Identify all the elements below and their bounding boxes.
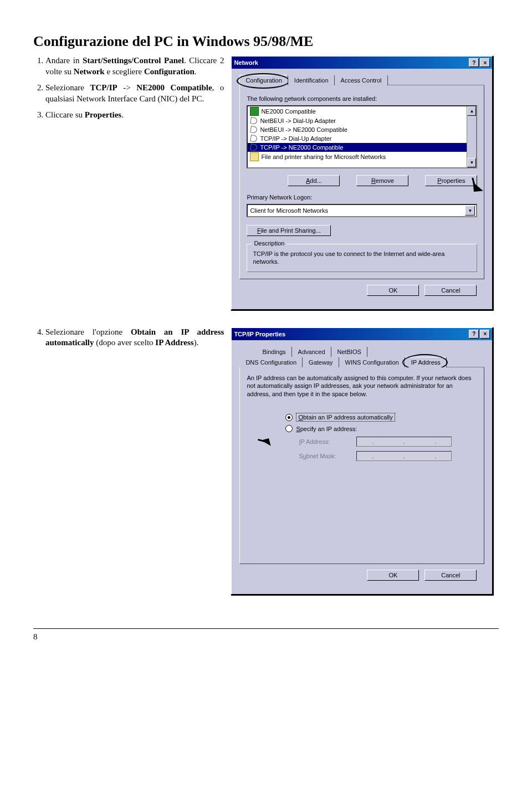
- help-icon[interactable]: ?: [469, 330, 479, 339]
- protocol-icon: [250, 135, 258, 142]
- tab-bindings[interactable]: Bindings: [256, 346, 291, 357]
- add-button[interactable]: Add...: [288, 175, 340, 186]
- chevron-down-icon[interactable]: ▼: [465, 206, 475, 216]
- properties-button[interactable]: Properties: [425, 175, 477, 186]
- tab-configuration[interactable]: Configuration: [239, 75, 288, 85]
- instructions-left: Andare in Start/Settings/Control Panel. …: [33, 55, 224, 126]
- tcpip-dialog: TCP/IP Properties ? × Bindings Advanced …: [231, 327, 493, 595]
- radio-dot-icon: [285, 425, 293, 432]
- list-item-selected: TCP/IP -> NE2000 Compatible: [248, 143, 467, 152]
- logon-label: Primary Network Logon:: [247, 194, 477, 201]
- tab-netbios[interactable]: NetBIOS: [331, 346, 367, 357]
- annotation-arrow-icon: [262, 431, 277, 445]
- cancel-button[interactable]: Cancel: [424, 285, 477, 296]
- close-icon[interactable]: ×: [480, 58, 490, 67]
- tab-ip-address[interactable]: IP Address: [405, 357, 447, 367]
- primary-logon-select[interactable]: Client for Microsoft Networks ▼: [247, 204, 477, 217]
- remove-button[interactable]: Remove: [356, 175, 408, 186]
- list-item: NetBEUI -> Dial-Up Adapter: [248, 116, 467, 125]
- scroll-down-icon[interactable]: ▼: [467, 158, 476, 167]
- window-title: Network: [234, 59, 258, 66]
- protocol-icon: [250, 126, 258, 134]
- titlebar: Network ? ×: [232, 57, 492, 69]
- file-print-sharing-button[interactable]: File and Print Sharing...: [247, 225, 331, 236]
- list-item: NetBEUI -> NE2000 Compatible: [248, 125, 467, 134]
- tab-identification[interactable]: Identification: [288, 75, 335, 85]
- tab-access-control[interactable]: Access Control: [335, 75, 388, 85]
- window-title: TCP/IP Properties: [234, 331, 285, 337]
- close-icon[interactable]: ×: [480, 330, 490, 339]
- tab-advanced[interactable]: Advanced: [292, 346, 331, 357]
- step-2: Selezionare TCP/IP -> NE2000 Compatible,…: [45, 83, 224, 104]
- subnet-mask-input: ...: [356, 451, 452, 461]
- installed-label: The following network components are ins…: [247, 95, 477, 102]
- instructions-left-2: Selezionare l'opzione Obtain an IP addre…: [33, 327, 224, 354]
- components-listbox[interactable]: NE2000 Compatible NetBEUI -> Dial-Up Ada…: [247, 105, 477, 168]
- share-icon: [250, 152, 259, 161]
- radio-obtain-auto[interactable]: Obtain an IP address automatically: [285, 413, 477, 422]
- step-3: Cliccare su Properties.: [45, 110, 224, 121]
- page-title: Configurazione del PC in Windows 95/98/M…: [33, 33, 499, 50]
- scroll-up-icon[interactable]: ▲: [467, 106, 476, 116]
- scrollbar[interactable]: ▲ ▼: [467, 106, 476, 167]
- tab-wins[interactable]: WINS Configuration: [339, 357, 405, 367]
- radio-specify[interactable]: Specify an IP address:: [285, 425, 477, 432]
- adapter-icon: [250, 107, 259, 116]
- step-1: Andare in Start/Settings/Control Panel. …: [45, 55, 224, 77]
- radio-dot-icon: [285, 414, 293, 421]
- ok-button[interactable]: OK: [367, 570, 419, 581]
- list-item: File and printer sharing for Microsoft N…: [248, 152, 467, 162]
- list-item: TCP/IP -> Dial-Up Adapter: [248, 134, 467, 143]
- network-dialog: Network ? × Configuration Identification…: [231, 55, 493, 310]
- tab-dns[interactable]: DNS Configuration: [239, 357, 303, 367]
- protocol-icon: [250, 117, 258, 125]
- description-group: Description TCP/IP is the protocol you u…: [247, 244, 477, 272]
- intro-text: An IP address can be automatically assig…: [247, 374, 477, 399]
- cancel-button[interactable]: Cancel: [424, 570, 477, 581]
- page-number: 8: [33, 628, 499, 642]
- step-4: Selezionare l'opzione Obtain an IP addre…: [45, 327, 224, 349]
- tab-gateway[interactable]: Gateway: [303, 357, 339, 367]
- ip-address-input: ...: [356, 437, 452, 447]
- help-icon[interactable]: ?: [469, 58, 479, 67]
- ok-button[interactable]: OK: [367, 285, 419, 296]
- titlebar: TCP/IP Properties ? ×: [232, 328, 492, 340]
- list-item: NE2000 Compatible: [248, 106, 467, 116]
- protocol-icon: [250, 144, 258, 151]
